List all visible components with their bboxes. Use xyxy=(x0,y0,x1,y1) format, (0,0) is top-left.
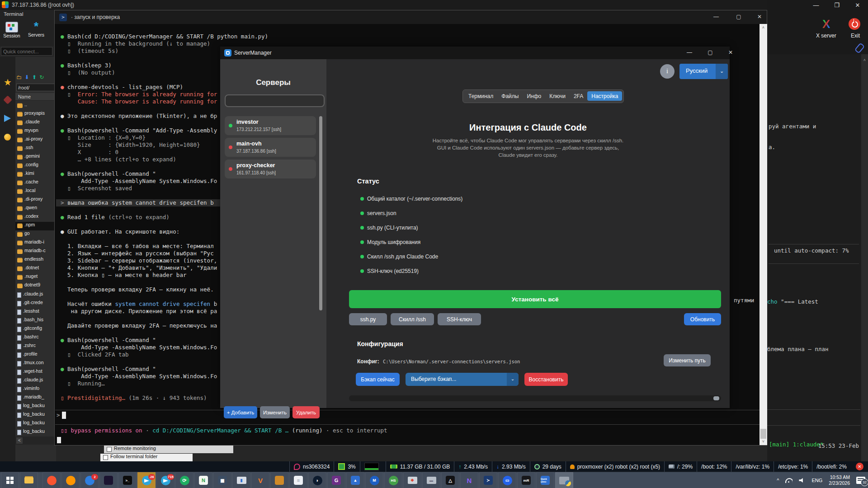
servers-button[interactable]: * Servers xyxy=(25,21,47,38)
file-row[interactable]: .codex xyxy=(15,213,56,222)
close-button[interactable]: ✕ xyxy=(851,1,864,10)
monitoring-close-icon[interactable]: ✕ xyxy=(856,463,863,470)
games-icon[interactable] xyxy=(4,134,11,141)
notification-icon[interactable]: 32 xyxy=(856,477,865,484)
file-row[interactable]: mariadb-c xyxy=(15,248,56,256)
tab-Инфо[interactable]: Инфо xyxy=(523,91,545,101)
quick-connect-input[interactable] xyxy=(1,47,52,56)
file-row[interactable]: go xyxy=(15,230,56,239)
info-button[interactable]: i xyxy=(660,64,675,79)
session-button[interactable]: Session xyxy=(1,21,23,38)
file-row[interactable]: .claude.js xyxy=(15,291,56,299)
refresh-button[interactable]: Обновить xyxy=(684,313,721,325)
horizontal-scrollbar[interactable] xyxy=(349,395,721,401)
file-row[interactable]: dotnet9 xyxy=(15,282,56,291)
edit-server-button[interactable]: Изменить xyxy=(260,406,290,418)
file-row[interactable]: .viminfo xyxy=(15,385,56,394)
taskbar-icon-powershell[interactable]: ≻ xyxy=(479,472,497,488)
taskbar-icon-blue-pet[interactable]: M xyxy=(365,472,383,488)
file-row[interactable]: log_backu xyxy=(15,411,56,419)
follow-terminal-folder-row[interactable]: Follow terminal folder xyxy=(100,454,193,461)
sm-close-button[interactable]: ✕ xyxy=(724,49,737,57)
file-row[interactable]: .wget-hst xyxy=(15,368,56,376)
wifi-icon[interactable] xyxy=(785,478,793,483)
taskbar-icon-file-explorer[interactable] xyxy=(20,472,38,488)
tool-button-ssh.py[interactable]: ssh.py xyxy=(349,313,387,325)
menu-terminal[interactable]: Terminal xyxy=(0,10,27,18)
taskbar-icon-telegram-1[interactable]: .26 xyxy=(137,472,156,488)
taskbar-icon-n-purple[interactable]: N xyxy=(460,472,478,488)
file-row[interactable]: log_backu xyxy=(15,402,56,411)
file-row[interactable]: .claude xyxy=(15,119,56,127)
file-row[interactable]: .bash_his xyxy=(15,316,56,325)
taskbar-icon-notes[interactable]: ≡ xyxy=(289,472,307,488)
backup-select-dropdown[interactable]: Выберите бэкап... ⌄ xyxy=(406,373,519,386)
file-row[interactable]: mariadb-i xyxy=(15,239,56,248)
taskbar-icon-cmd[interactable]: >_ xyxy=(118,472,137,488)
tab-Терминал[interactable]: Терминал xyxy=(464,91,497,101)
taskbar-icon-quicktmo[interactable]: Quick utmo xyxy=(536,472,554,488)
taskbar-icon-telegram-2[interactable]: 715 xyxy=(156,472,175,488)
language-dropdown[interactable]: Русский ⌄ xyxy=(679,64,728,79)
file-row[interactable]: .bashrc xyxy=(15,333,56,342)
scroll-up-icon[interactable]: ˄ xyxy=(861,58,868,62)
file-row[interactable]: log_backu xyxy=(15,428,56,436)
refresh-icon[interactable]: ↻ xyxy=(39,74,44,80)
taskbar-icon-dark-circle-app[interactable]: ◗ xyxy=(308,472,326,488)
minimize-button[interactable]: — xyxy=(809,1,823,10)
tab-Файлы[interactable]: Файлы xyxy=(497,91,523,101)
file-row[interactable]: .nuget xyxy=(15,273,56,282)
file-row[interactable]: .ssh xyxy=(15,145,56,153)
sm-maximize-button[interactable]: ▢ xyxy=(703,49,717,57)
paperclip-icon[interactable] xyxy=(854,42,865,53)
sm-minimize-button[interactable]: — xyxy=(683,49,696,57)
file-row[interactable]: .mariadb_ xyxy=(15,394,56,402)
server-item-proxy-checker[interactable]: proxy-checker161.97.118.40 [ssh] xyxy=(225,160,316,178)
exit-label[interactable]: Exit xyxy=(851,33,860,39)
upload-icon[interactable]: ⬆ xyxy=(32,74,37,80)
taskbar-icon-notepad-plus[interactable]: N xyxy=(194,472,212,488)
file-row[interactable]: myvpn xyxy=(15,127,56,136)
tools-icon[interactable] xyxy=(4,115,11,122)
tray-clock[interactable]: 10:53 AM2/23/2026 xyxy=(829,474,850,486)
file-row[interactable]: proxyapis xyxy=(15,110,56,119)
scrollbar-thumb[interactable] xyxy=(713,396,719,400)
path-input[interactable] xyxy=(16,84,55,91)
file-row[interactable]: .lesshst xyxy=(15,308,56,316)
scroll-up-icon[interactable]: ˄ xyxy=(760,24,767,31)
tray-chevron-icon[interactable]: ^ xyxy=(777,478,779,483)
restore-button[interactable]: Восстановить xyxy=(524,373,568,386)
server-item-main-ovh[interactable]: main-ovh37.187.136.86 [ssh] xyxy=(225,138,316,157)
exit-power-icon[interactable] xyxy=(849,18,860,30)
tool-button-Скилл /ssh[interactable]: Скилл /ssh xyxy=(391,313,434,325)
taskbar-icon-start[interactable] xyxy=(1,472,19,488)
delete-server-button[interactable]: Удалить xyxy=(292,406,320,418)
file-row[interactable]: .profile xyxy=(15,351,56,359)
file-row[interactable]: .dotnet xyxy=(15,265,56,273)
text-cursor[interactable] xyxy=(62,412,66,419)
taskbar-icon-python-terminal[interactable] xyxy=(555,472,573,488)
file-row[interactable]: .config xyxy=(15,162,56,170)
x-server-icon[interactable]: X xyxy=(822,17,830,31)
tool-button-SSH-ключ[interactable]: SSH-ключ xyxy=(438,313,481,325)
follow-terminal-folder-checkbox[interactable] xyxy=(103,455,108,460)
server-item-investor[interactable]: investor173.212.212.157 [ssh] xyxy=(225,116,316,135)
backup-now-button[interactable]: Бэкап сейчас xyxy=(356,373,400,386)
files-column-header[interactable]: Name xyxy=(15,93,56,101)
tab-Ключи[interactable]: Ключи xyxy=(545,91,570,101)
server-list-scrollbar[interactable] xyxy=(319,116,322,310)
file-row[interactable]: .gemini xyxy=(15,153,56,162)
taskbar-icon-photos[interactable]: ▲ xyxy=(346,472,364,488)
taskbar-icon-sync[interactable]: ⟳ xyxy=(175,472,193,488)
favorites-star-icon[interactable]: ★ xyxy=(3,78,12,87)
file-row[interactable]: .local xyxy=(15,188,56,196)
file-row[interactable]: .kimi xyxy=(15,170,56,179)
maximize-button[interactable]: ❐ xyxy=(830,1,844,10)
taskbar-icon-mremoteng[interactable]: mR xyxy=(517,472,535,488)
file-row[interactable]: .claude.js xyxy=(15,376,56,385)
file-row[interactable]: .zshrc xyxy=(15,342,56,351)
install-all-button[interactable]: Установить всё xyxy=(349,290,721,308)
add-server-button[interactable]: + Добавить xyxy=(224,406,257,418)
file-row[interactable]: .tmux.con xyxy=(15,359,56,368)
taskbar-icon-toolbox[interactable] xyxy=(270,472,288,488)
